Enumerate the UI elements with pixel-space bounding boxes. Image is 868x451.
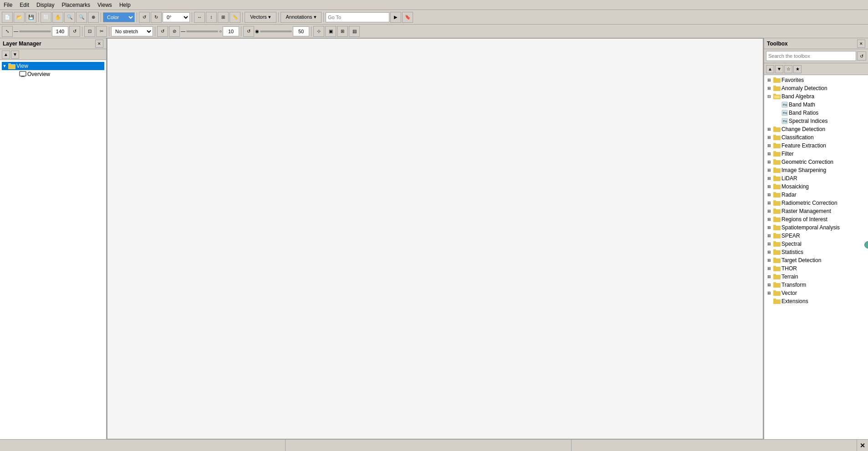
change-detection-expand-icon[interactable]: ⊞ — [766, 126, 772, 132]
toolbox-up-button[interactable]: ▲ — [766, 65, 774, 73]
view-label[interactable]: View — [16, 63, 28, 69]
zoom-refresh-button[interactable]: ↺ — [69, 26, 80, 37]
open-button[interactable]: 📂 — [14, 12, 25, 23]
spatiotemporal-expand-icon[interactable]: ⊞ — [766, 224, 772, 231]
goto-button[interactable]: ▶ — [390, 12, 401, 23]
toolbox-target-detection-item[interactable]: ⊞ Target Detection — [765, 256, 867, 264]
color-dropdown[interactable]: Color — [103, 12, 135, 22]
menu-views[interactable]: Views — [96, 1, 114, 9]
zoom-rect-button[interactable]: ⊕ — [88, 12, 99, 23]
close-x-icon[interactable]: ✕ — [860, 442, 865, 449]
toolbox-search-input[interactable] — [766, 51, 856, 61]
flip-v-button[interactable]: ↕ — [206, 12, 217, 23]
toolbox-feature-extraction-item[interactable]: ⊞ Feature Extraction — [765, 142, 867, 150]
toolbox-spectral-indices-item[interactable]: f% Spectral Indices — [774, 117, 867, 125]
crop-button[interactable]: ✂ — [96, 26, 107, 37]
terrain-expand-icon[interactable]: ⊞ — [766, 274, 772, 280]
radar-expand-icon[interactable]: ⊞ — [766, 192, 772, 198]
annotations-dropdown[interactable]: Annotations ▾ — [281, 12, 322, 23]
toolbox-radiometric-correction-item[interactable]: ⊞ Radiometric Correction — [765, 199, 867, 207]
new-button[interactable]: 📄 — [2, 12, 13, 23]
anomaly-expand-icon[interactable]: ⊞ — [766, 85, 772, 91]
toolbox-regions-of-interest-item[interactable]: ⊞ Regions of Interest — [765, 215, 867, 223]
toolbox-extensions-item[interactable]: Extensions — [765, 297, 867, 305]
thor-expand-icon[interactable]: ⊞ — [766, 265, 772, 272]
angle-dropdown[interactable]: 0° — [163, 12, 190, 22]
favorites-expand-icon[interactable]: ⊞ — [766, 77, 772, 83]
refresh3-button[interactable]: ↺ — [243, 26, 254, 37]
grid-button[interactable]: ⊞ — [218, 12, 229, 23]
pan-button[interactable]: ✋ — [52, 12, 63, 23]
zoom-in-button[interactable]: 🔍 — [64, 12, 75, 23]
toolbox-statistics-item[interactable]: ⊞ Statistics — [765, 248, 867, 256]
layer-down-button[interactable]: ▼ — [11, 51, 19, 59]
toolbox-transform-item[interactable]: ⊞ Transform — [765, 281, 867, 289]
toolbox-image-sharpening-item[interactable]: ⊞ Image Sharpening — [765, 166, 867, 174]
zoom-full-button[interactable]: ⤡ — [2, 26, 13, 37]
vectors-dropdown[interactable]: Vectors ▾ — [245, 12, 276, 23]
measure-button[interactable]: 📏 — [230, 12, 240, 23]
status-close-button[interactable]: ✕ — [857, 440, 868, 451]
menu-file[interactable]: File — [2, 1, 14, 9]
zoom-value-input[interactable] — [52, 26, 68, 36]
contrast-value[interactable] — [293, 26, 309, 36]
toolbox-radar-item[interactable]: ⊞ Radar — [765, 191, 867, 199]
goto-input[interactable] — [326, 12, 389, 22]
reset-stretch-button[interactable]: ⊘ — [169, 26, 180, 37]
toolbox-star2-button[interactable]: ★ — [793, 65, 802, 73]
lidar-expand-icon[interactable]: ⊞ — [766, 175, 772, 182]
toolbox-favorites-item[interactable]: ⊞ Favorites — [765, 76, 867, 84]
spear-expand-icon[interactable]: ⊞ — [766, 233, 772, 239]
radiometric-correction-expand-icon[interactable]: ⊞ — [766, 200, 772, 206]
toolbox-vector-item[interactable]: ⊞ Vector — [765, 289, 867, 297]
toolbox-raster-management-item[interactable]: ⊞ Raster Management — [765, 207, 867, 215]
toolbox-terrain-item[interactable]: ⊞ Terrain — [765, 273, 867, 281]
layer-overview-item[interactable]: Overview — [13, 70, 104, 78]
bookmark-button[interactable]: 🔖 — [402, 12, 413, 23]
toolbox-anomaly-item[interactable]: ⊞ Anomaly Detection — [765, 84, 867, 92]
cursor-tool-button[interactable]: ⊹ — [313, 26, 324, 37]
statistics-expand-icon[interactable]: ⊞ — [766, 249, 772, 255]
toolbox-classification-item[interactable]: ⊞ Classification — [765, 133, 867, 142]
toolbox-star-button[interactable]: ☆ — [784, 65, 792, 73]
toolbox-spatiotemporal-item[interactable]: ⊞ Spatiotemporal Analysis — [765, 223, 867, 232]
geometric-correction-expand-icon[interactable]: ⊞ — [766, 159, 772, 165]
layer-view-item[interactable]: ▼ View — [2, 62, 104, 70]
toolbox-spear-item[interactable]: ⊞ SPEAR — [765, 232, 867, 240]
toolbox-band-ratios-item[interactable]: f% Band Ratios — [774, 109, 867, 117]
toolbox-search-button[interactable]: ↺ — [857, 51, 866, 61]
toolbox-geometric-correction-item[interactable]: ⊞ Geometric Correction — [765, 158, 867, 166]
zoom-slider[interactable] — [19, 30, 51, 32]
toolbox-lidar-item[interactable]: ⊞ LiDAR — [765, 174, 867, 182]
menu-edit[interactable]: Edit — [18, 1, 31, 9]
window2-button[interactable]: ⊞ — [337, 26, 348, 37]
menu-placemarks[interactable]: Placemarks — [60, 1, 92, 9]
feature-extraction-expand-icon[interactable]: ⊞ — [766, 142, 772, 149]
window1-button[interactable]: ▣ — [325, 26, 336, 37]
raster-management-expand-icon[interactable]: ⊞ — [766, 208, 772, 214]
menu-help[interactable]: Help — [117, 1, 133, 9]
mosaicking-expand-icon[interactable]: ⊞ — [766, 183, 772, 190]
toolbox-band-algebra-item[interactable]: ⊟ Band Algebra — [765, 92, 867, 101]
zoom-out-button[interactable]: 🔍 — [76, 12, 87, 23]
brightness-value[interactable] — [223, 26, 239, 36]
transform-expand-icon[interactable]: ⊞ — [766, 282, 772, 288]
filter-expand-icon[interactable]: ⊞ — [766, 151, 772, 157]
regions-of-interest-expand-icon[interactable]: ⊞ — [766, 216, 772, 223]
save-button[interactable]: 💾 — [26, 12, 36, 23]
toolbox-mosaicking-item[interactable]: ⊞ Mosaicking — [765, 182, 867, 191]
overview-label[interactable]: Overview — [27, 71, 50, 77]
toolbox-close-button[interactable]: ✕ — [857, 40, 865, 48]
contrast-slider[interactable] — [260, 30, 292, 32]
view-expand-icon[interactable]: ▼ — [2, 63, 7, 69]
toolbox-change-detection-item[interactable]: ⊞ Change Detection — [765, 125, 867, 133]
flip-h-button[interactable]: ↔ — [194, 12, 205, 23]
classification-expand-icon[interactable]: ⊞ — [766, 134, 772, 141]
vector-expand-icon[interactable]: ⊞ — [766, 290, 772, 296]
toolbox-band-math-item[interactable]: f% Band Math — [774, 101, 867, 109]
stretch-dropdown[interactable]: No stretch Linear Gaussian Equalization … — [111, 26, 153, 36]
layer-up-button[interactable]: ▲ — [2, 51, 10, 59]
toolbox-down-button[interactable]: ▼ — [775, 65, 783, 73]
brightness-slider[interactable] — [186, 30, 218, 32]
menu-display[interactable]: Display — [35, 1, 56, 9]
